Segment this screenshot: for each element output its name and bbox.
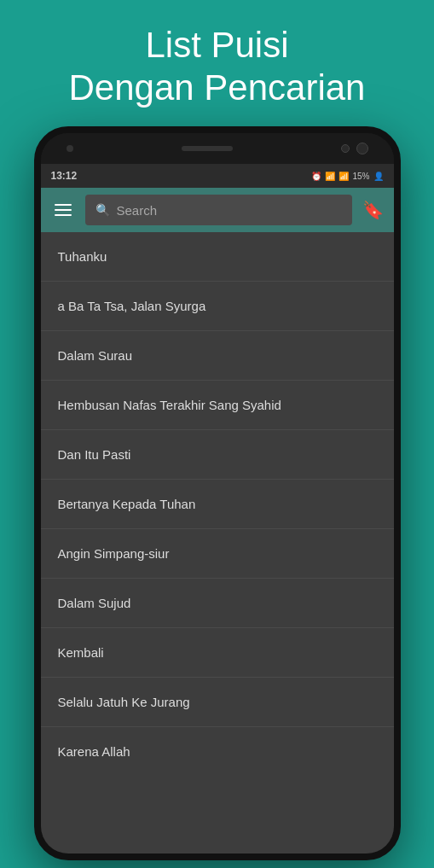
list-item[interactable]: Dan Itu Pasti: [41, 430, 394, 480]
list-item[interactable]: Karena Allah: [41, 727, 394, 776]
page-background: List Puisi Dengan Pencarian 13:12 ⏰ 📶 📶 …: [0, 0, 434, 127]
search-box[interactable]: 🔍 Search: [85, 195, 352, 225]
bookmark-button[interactable]: 🔖: [362, 200, 384, 220]
list-item[interactable]: Angin Simpang-siur: [41, 529, 394, 579]
list-item[interactable]: a Ba Ta Tsa, Jalan Syurga: [41, 282, 394, 331]
phone-cam-circle-1: [341, 144, 350, 153]
phone-camera-dot: [67, 145, 73, 152]
list-item[interactable]: Bertanya Kepada Tuhan: [41, 480, 394, 529]
phone-cam-circle-2: [356, 143, 368, 154]
list-item[interactable]: Dalam Sujud: [41, 579, 394, 628]
battery-text: 15%: [352, 172, 369, 181]
phone-frame: 13:12 ⏰ 📶 📶 15% 👤 🔍 Search 🔖: [34, 126, 401, 860]
wifi-icon: 📶: [339, 172, 349, 181]
status-icons: ⏰ 📶 📶 15% 👤: [311, 172, 383, 181]
page-title: List Puisi Dengan Pencarian: [17, 24, 417, 110]
phone-speaker: [182, 146, 233, 151]
signal-icon: 📶: [325, 172, 335, 181]
status-bar: 13:12 ⏰ 📶 📶 15% 👤: [41, 164, 394, 188]
alarm-icon: ⏰: [311, 172, 321, 181]
phone-top-bar: [41, 133, 394, 164]
page-title-area: List Puisi Dengan Pencarian: [0, 0, 434, 127]
menu-button[interactable]: [51, 201, 75, 219]
list-item[interactable]: Kembali: [41, 628, 394, 678]
list-item[interactable]: Hembusan Nafas Terakhir Sang Syahid: [41, 381, 394, 430]
search-placeholder: Search: [117, 203, 158, 218]
search-icon: 🔍: [95, 203, 110, 217]
poem-list: Tuhanku a Ba Ta Tsa, Jalan Syurga Dalam …: [41, 232, 394, 860]
status-time: 13:12: [51, 170, 78, 182]
phone-camera-right: [341, 143, 368, 154]
person-icon: 👤: [373, 172, 384, 181]
list-item[interactable]: Selalu Jatuh Ke Jurang: [41, 678, 394, 727]
list-item[interactable]: Tuhanku: [41, 232, 394, 282]
toolbar: 🔍 Search 🔖: [41, 188, 394, 232]
list-item[interactable]: Dalam Surau: [41, 331, 394, 381]
